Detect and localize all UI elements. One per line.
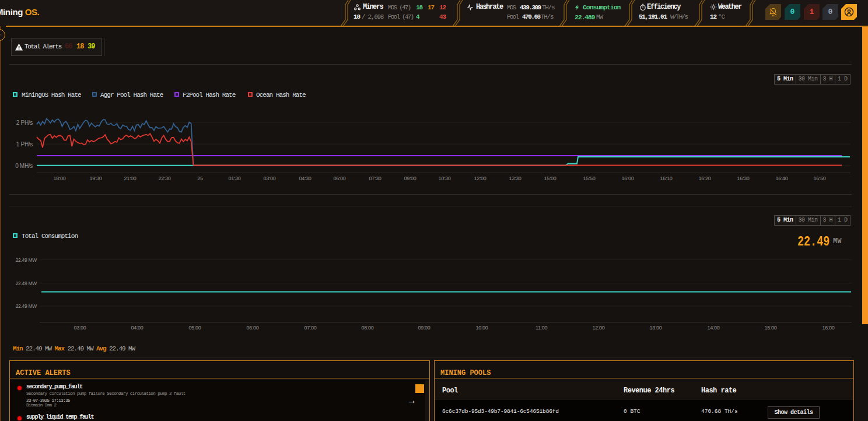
svg-text:13:30: 13:30 <box>509 176 522 181</box>
svg-text:09:00: 09:00 <box>418 325 430 331</box>
svg-text:16:20: 16:20 <box>699 176 711 181</box>
svg-text:05:00: 05:00 <box>189 325 201 331</box>
svg-text:19:30: 19:30 <box>90 176 102 181</box>
svg-text:22.49 MW: 22.49 MW <box>16 257 37 263</box>
svg-text:13:00: 13:00 <box>650 325 662 331</box>
svg-text:15:00: 15:00 <box>544 176 556 181</box>
svg-text:0 MH/s: 0 MH/s <box>15 163 33 169</box>
svg-text:1 PH/s: 1 PH/s <box>16 141 33 148</box>
svg-text:12:00: 12:00 <box>593 325 605 331</box>
svg-text:2 PH/s: 2 PH/s <box>16 120 33 126</box>
svg-text:03:00: 03:00 <box>264 176 276 181</box>
svg-text:15:00: 15:00 <box>765 325 777 331</box>
svg-text:04:30: 04:30 <box>299 176 312 181</box>
svg-text:16:50: 16:50 <box>814 176 826 181</box>
svg-text:22:30: 22:30 <box>159 176 171 181</box>
svg-text:06:00: 06:00 <box>334 176 346 181</box>
svg-text:25: 25 <box>197 176 203 181</box>
svg-text:12:00: 12:00 <box>474 176 487 181</box>
svg-text:01:30: 01:30 <box>229 176 241 181</box>
svg-text:14:00: 14:00 <box>708 325 720 331</box>
svg-text:21:00: 21:00 <box>124 176 136 181</box>
svg-text:11:00: 11:00 <box>536 325 547 331</box>
svg-text:08:00: 08:00 <box>362 325 374 331</box>
svg-text:16:10: 16:10 <box>660 176 673 181</box>
svg-text:22.49 MW: 22.49 MW <box>16 280 37 286</box>
svg-text:09:00: 09:00 <box>404 176 416 181</box>
svg-text:18:00: 18:00 <box>54 176 66 181</box>
svg-text:16:30: 16:30 <box>737 176 750 181</box>
svg-text:16:40: 16:40 <box>776 176 788 181</box>
svg-text:03:00: 03:00 <box>74 325 86 331</box>
svg-text:10:30: 10:30 <box>439 176 451 181</box>
svg-text:07:30: 07:30 <box>369 176 382 181</box>
svg-text:10:00: 10:00 <box>476 325 488 331</box>
svg-text:22.49 MW: 22.49 MW <box>16 303 37 309</box>
svg-text:15:50: 15:50 <box>583 176 596 181</box>
svg-text:16:00: 16:00 <box>822 325 835 331</box>
svg-text:07:00: 07:00 <box>304 325 317 331</box>
svg-text:04:00: 04:00 <box>131 325 144 331</box>
svg-text:16:00: 16:00 <box>622 176 634 181</box>
svg-text:06:00: 06:00 <box>247 325 259 331</box>
